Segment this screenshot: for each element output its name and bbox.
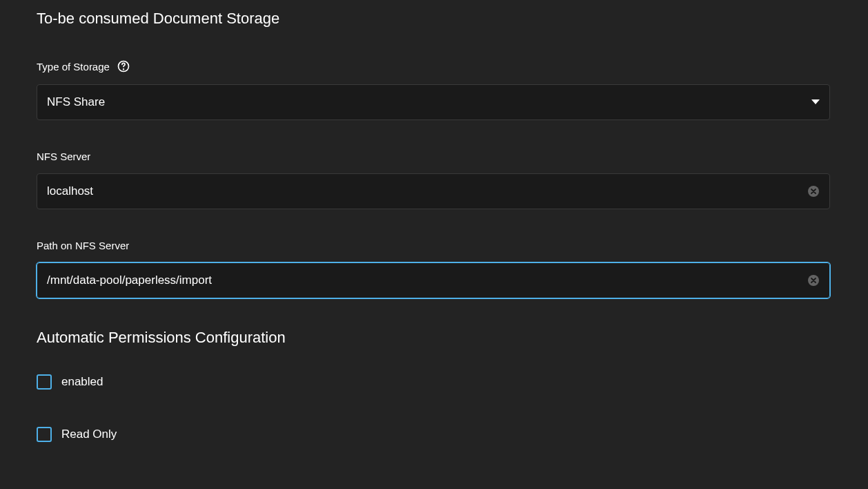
nfs-path-input[interactable]	[47, 274, 807, 287]
storage-type-field: Type of Storage NFS Share	[37, 59, 830, 120]
svg-point-1	[123, 69, 124, 70]
chevron-down-icon	[811, 98, 820, 106]
nfs-path-label-row: Path on NFS Server	[37, 240, 830, 251]
nfs-path-input-wrapper	[37, 262, 830, 298]
nfs-server-label: NFS Server	[37, 151, 90, 162]
permissions-title: Automatic Permissions Configuration	[37, 329, 830, 347]
readonly-checkbox-row: Read Only	[37, 427, 830, 442]
readonly-label: Read Only	[61, 428, 117, 441]
clear-icon[interactable]	[807, 185, 820, 198]
storage-type-select[interactable]: NFS Share	[37, 84, 830, 120]
help-icon[interactable]	[117, 59, 130, 73]
section-title: To-be consumed Document Storage	[37, 10, 830, 28]
nfs-server-label-row: NFS Server	[37, 151, 830, 162]
enabled-checkbox-row: enabled	[37, 374, 830, 390]
storage-type-label-row: Type of Storage	[37, 59, 830, 73]
storage-type-label: Type of Storage	[37, 61, 110, 73]
storage-type-value: NFS Share	[47, 95, 811, 109]
readonly-checkbox[interactable]	[37, 427, 52, 442]
nfs-server-input-wrapper	[37, 173, 830, 209]
enabled-checkbox[interactable]	[37, 374, 52, 390]
nfs-server-input[interactable]	[47, 184, 807, 198]
nfs-server-field: NFS Server	[37, 151, 830, 209]
clear-icon[interactable]	[807, 274, 820, 287]
enabled-label: enabled	[61, 375, 103, 389]
nfs-path-field: Path on NFS Server	[37, 240, 830, 298]
nfs-path-label: Path on NFS Server	[37, 240, 129, 251]
